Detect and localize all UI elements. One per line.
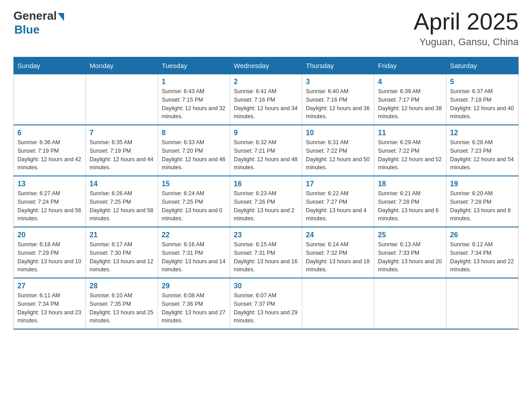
day-sun-info: Sunrise: 6:13 AMSunset: 7:33 PMDaylight:… (378, 240, 442, 274)
title-block: April 2025 Yuguan, Gansu, China (414, 9, 519, 48)
day-sun-info: Sunrise: 6:39 AMSunset: 7:17 PMDaylight:… (378, 87, 442, 121)
day-sun-info: Sunrise: 6:10 AMSunset: 7:35 PMDaylight:… (90, 291, 154, 325)
day-number: 15 (162, 180, 226, 188)
day-sun-info: Sunrise: 6:20 AMSunset: 7:28 PMDaylight:… (450, 189, 515, 223)
day-sun-info: Sunrise: 6:33 AMSunset: 7:20 PMDaylight:… (162, 138, 226, 172)
calendar-table: SundayMondayTuesdayWednesdayThursdayFrid… (13, 57, 519, 330)
day-sun-info: Sunrise: 6:17 AMSunset: 7:30 PMDaylight:… (90, 240, 154, 274)
location-title: Yuguan, Gansu, China (414, 36, 519, 48)
day-number: 29 (162, 282, 226, 290)
day-sun-info: Sunrise: 6:32 AMSunset: 7:21 PMDaylight:… (234, 138, 298, 172)
day-sun-info: Sunrise: 6:37 AMSunset: 7:18 PMDaylight:… (450, 87, 515, 121)
day-number: 17 (306, 180, 370, 188)
day-sun-info: Sunrise: 6:23 AMSunset: 7:26 PMDaylight:… (234, 189, 298, 223)
calendar-cell: 20Sunrise: 6:18 AMSunset: 7:29 PMDayligh… (14, 227, 86, 278)
day-sun-info: Sunrise: 6:12 AMSunset: 7:34 PMDaylight:… (450, 240, 515, 274)
calendar-cell: 7Sunrise: 6:35 AMSunset: 7:19 PMDaylight… (86, 125, 158, 176)
day-number: 21 (90, 231, 154, 239)
day-number: 2 (234, 78, 298, 86)
day-sun-info: Sunrise: 6:31 AMSunset: 7:22 PMDaylight:… (306, 138, 370, 172)
logo: General Blue (13, 9, 64, 37)
month-title: April 2025 (414, 9, 519, 34)
day-number: 20 (17, 231, 82, 239)
calendar-cell: 5Sunrise: 6:37 AMSunset: 7:18 PMDaylight… (446, 74, 519, 125)
calendar-week-row: 20Sunrise: 6:18 AMSunset: 7:29 PMDayligh… (14, 227, 519, 278)
day-number: 30 (234, 282, 298, 290)
calendar-cell: 21Sunrise: 6:17 AMSunset: 7:30 PMDayligh… (86, 227, 158, 278)
logo-blue-text: Blue (14, 23, 64, 37)
calendar-cell: 30Sunrise: 6:07 AMSunset: 7:37 PMDayligh… (230, 278, 302, 329)
day-sun-info: Sunrise: 6:43 AMSunset: 7:15 PMDaylight:… (162, 87, 226, 121)
day-sun-info: Sunrise: 6:28 AMSunset: 7:23 PMDaylight:… (450, 138, 515, 172)
day-number: 24 (306, 231, 370, 239)
calendar-week-row: 6Sunrise: 6:36 AMSunset: 7:19 PMDaylight… (14, 125, 519, 176)
day-number: 25 (378, 231, 442, 239)
day-sun-info: Sunrise: 6:40 AMSunset: 7:16 PMDaylight:… (306, 87, 370, 121)
day-number: 14 (90, 180, 154, 188)
day-number: 19 (450, 180, 515, 188)
calendar-cell: 15Sunrise: 6:24 AMSunset: 7:25 PMDayligh… (158, 176, 230, 227)
calendar-cell: 17Sunrise: 6:22 AMSunset: 7:27 PMDayligh… (302, 176, 374, 227)
logo-triangle-icon (58, 13, 64, 21)
calendar-cell (14, 74, 86, 125)
day-sun-info: Sunrise: 6:14 AMSunset: 7:32 PMDaylight:… (306, 240, 370, 274)
calendar-cell (374, 278, 446, 329)
calendar-cell: 25Sunrise: 6:13 AMSunset: 7:33 PMDayligh… (374, 227, 446, 278)
day-number: 7 (90, 129, 154, 137)
calendar-cell: 19Sunrise: 6:20 AMSunset: 7:28 PMDayligh… (446, 176, 519, 227)
day-sun-info: Sunrise: 6:07 AMSunset: 7:37 PMDaylight:… (234, 291, 298, 325)
calendar-week-row: 1Sunrise: 6:43 AMSunset: 7:15 PMDaylight… (14, 74, 519, 125)
calendar-cell: 3Sunrise: 6:40 AMSunset: 7:16 PMDaylight… (302, 74, 374, 125)
day-sun-info: Sunrise: 6:22 AMSunset: 7:27 PMDaylight:… (306, 189, 370, 223)
day-number: 4 (378, 78, 442, 86)
day-number: 10 (306, 129, 370, 137)
calendar-cell (446, 278, 519, 329)
logo-general-text: General (13, 9, 57, 23)
calendar-cell: 10Sunrise: 6:31 AMSunset: 7:22 PMDayligh… (302, 125, 374, 176)
day-number: 12 (450, 129, 515, 137)
calendar-cell: 23Sunrise: 6:15 AMSunset: 7:31 PMDayligh… (230, 227, 302, 278)
day-number: 13 (17, 180, 82, 188)
calendar-cell: 13Sunrise: 6:27 AMSunset: 7:24 PMDayligh… (14, 176, 86, 227)
day-of-week-header: Friday (374, 57, 446, 74)
day-of-week-header: Sunday (14, 57, 86, 74)
day-number: 26 (450, 231, 515, 239)
calendar-week-row: 27Sunrise: 6:11 AMSunset: 7:34 PMDayligh… (14, 278, 519, 329)
day-sun-info: Sunrise: 6:41 AMSunset: 7:16 PMDaylight:… (234, 87, 298, 121)
calendar-cell: 29Sunrise: 6:08 AMSunset: 7:36 PMDayligh… (158, 278, 230, 329)
day-sun-info: Sunrise: 6:11 AMSunset: 7:34 PMDaylight:… (17, 291, 82, 325)
day-sun-info: Sunrise: 6:16 AMSunset: 7:31 PMDaylight:… (162, 240, 226, 274)
day-number: 6 (17, 129, 82, 137)
day-number: 16 (234, 180, 298, 188)
calendar-cell: 27Sunrise: 6:11 AMSunset: 7:34 PMDayligh… (14, 278, 86, 329)
calendar-cell: 24Sunrise: 6:14 AMSunset: 7:32 PMDayligh… (302, 227, 374, 278)
day-number: 5 (450, 78, 515, 86)
day-of-week-header: Thursday (302, 57, 374, 74)
calendar-cell: 16Sunrise: 6:23 AMSunset: 7:26 PMDayligh… (230, 176, 302, 227)
day-number: 18 (378, 180, 442, 188)
day-number: 23 (234, 231, 298, 239)
day-sun-info: Sunrise: 6:35 AMSunset: 7:19 PMDaylight:… (90, 138, 154, 172)
calendar-cell: 1Sunrise: 6:43 AMSunset: 7:15 PMDaylight… (158, 74, 230, 125)
day-sun-info: Sunrise: 6:18 AMSunset: 7:29 PMDaylight:… (17, 240, 82, 274)
calendar-cell: 8Sunrise: 6:33 AMSunset: 7:20 PMDaylight… (158, 125, 230, 176)
day-of-week-header: Saturday (446, 57, 519, 74)
day-sun-info: Sunrise: 6:27 AMSunset: 7:24 PMDaylight:… (17, 189, 82, 223)
calendar-cell: 26Sunrise: 6:12 AMSunset: 7:34 PMDayligh… (446, 227, 519, 278)
calendar-cell: 2Sunrise: 6:41 AMSunset: 7:16 PMDaylight… (230, 74, 302, 125)
day-sun-info: Sunrise: 6:29 AMSunset: 7:22 PMDaylight:… (378, 138, 442, 172)
calendar-header-row: SundayMondayTuesdayWednesdayThursdayFrid… (14, 57, 519, 74)
day-number: 28 (90, 282, 154, 290)
day-number: 9 (234, 129, 298, 137)
calendar-cell: 6Sunrise: 6:36 AMSunset: 7:19 PMDaylight… (14, 125, 86, 176)
day-number: 3 (306, 78, 370, 86)
calendar-cell: 22Sunrise: 6:16 AMSunset: 7:31 PMDayligh… (158, 227, 230, 278)
day-sun-info: Sunrise: 6:36 AMSunset: 7:19 PMDaylight:… (17, 138, 82, 172)
day-of-week-header: Monday (86, 57, 158, 74)
day-number: 11 (378, 129, 442, 137)
calendar-cell: 28Sunrise: 6:10 AMSunset: 7:35 PMDayligh… (86, 278, 158, 329)
calendar-cell: 18Sunrise: 6:21 AMSunset: 7:28 PMDayligh… (374, 176, 446, 227)
calendar-cell: 14Sunrise: 6:26 AMSunset: 7:25 PMDayligh… (86, 176, 158, 227)
calendar-cell: 11Sunrise: 6:29 AMSunset: 7:22 PMDayligh… (374, 125, 446, 176)
calendar-cell: 4Sunrise: 6:39 AMSunset: 7:17 PMDaylight… (374, 74, 446, 125)
